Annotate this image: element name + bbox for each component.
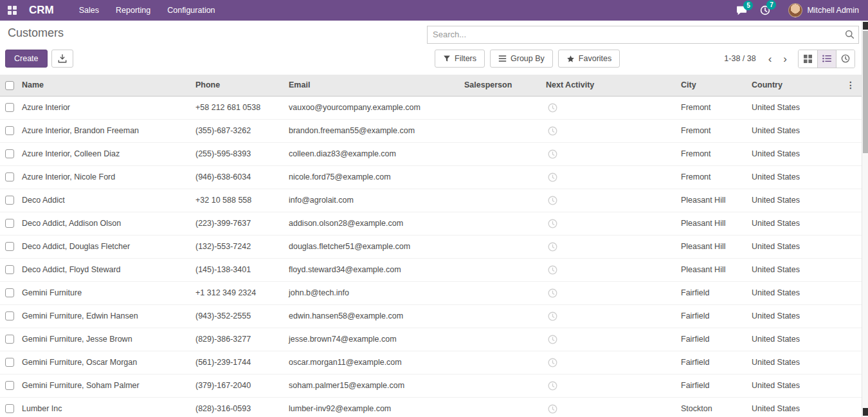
cell-next-activity[interactable] [543,328,678,351]
cell-next-activity[interactable] [543,165,678,189]
cell-name[interactable]: Gemini Furniture [19,281,193,304]
next-activity-clock-icon[interactable] [548,149,676,159]
menu-configuration[interactable]: Configuration [159,0,223,21]
cell-next-activity[interactable] [543,235,678,258]
cell-country[interactable]: United States [749,258,817,281]
cell-next-activity[interactable] [543,142,678,165]
optional-columns-toggle-icon[interactable]: ⋮ [817,75,862,96]
row-checkbox[interactable] [5,381,14,390]
cell-next-activity[interactable] [543,304,678,328]
cell-city[interactable]: Stockton [678,397,749,417]
cell-next-activity[interactable] [543,397,678,417]
next-activity-clock-icon[interactable] [548,381,676,391]
table-row[interactable]: Gemini Furniture, Oscar Morgan (561)-239… [0,351,862,374]
cell-email[interactable]: jesse.brown74@example.com [286,328,462,351]
cell-phone[interactable]: (379)-167-2040 [193,374,286,397]
scroll-down-arrow-icon[interactable] [863,408,868,416]
cell-salesperson[interactable] [462,258,543,281]
cell-city[interactable]: Pleasant Hill [678,189,749,212]
cell-city[interactable]: Fairfield [678,281,749,304]
cell-name[interactable]: Azure Interior, Brandon Freeman [19,119,193,142]
next-activity-clock-icon[interactable] [548,172,676,182]
cell-next-activity[interactable] [543,374,678,397]
apps-menu-icon[interactable] [8,6,17,15]
cell-salesperson[interactable] [462,119,543,142]
next-activity-clock-icon[interactable] [548,358,676,367]
kanban-view-button[interactable] [799,50,817,68]
cell-city[interactable]: Fairfield [678,304,749,328]
column-header-next-activity[interactable]: Next Activity [543,75,678,96]
cell-phone[interactable]: (829)-386-3277 [193,328,286,351]
cell-country[interactable]: United States [749,212,817,235]
cell-name[interactable]: Deco Addict, Floyd Steward [19,258,193,281]
next-activity-clock-icon[interactable] [548,219,676,228]
next-activity-clock-icon[interactable] [548,196,676,205]
cell-name[interactable]: Deco Addict, Addison Olson [19,212,193,235]
cell-email[interactable]: vauxoo@yourcompany.example.com [286,96,462,119]
cell-country[interactable]: United States [749,374,817,397]
create-button[interactable]: Create [5,50,48,68]
table-row[interactable]: Azure Interior, Colleen Diaz (255)-595-8… [0,142,862,165]
export-button[interactable] [51,50,73,68]
cell-email[interactable]: floyd.steward34@example.com [286,258,462,281]
user-menu[interactable]: Mitchell Admin [783,3,864,17]
next-activity-clock-icon[interactable] [548,265,676,275]
cell-city[interactable]: Pleasant Hill [678,235,749,258]
cell-country[interactable]: United States [749,96,817,119]
cell-city[interactable]: Fremont [678,96,749,119]
cell-email[interactable]: addison.olson28@example.com [286,212,462,235]
cell-country[interactable]: United States [749,351,817,374]
cell-email[interactable]: oscar.morgan11@example.com [286,351,462,374]
row-checkbox[interactable] [5,265,14,274]
cell-salesperson[interactable] [462,281,543,304]
row-checkbox[interactable] [5,242,14,251]
row-checkbox[interactable] [5,219,14,228]
cell-country[interactable]: United States [749,235,817,258]
cell-country[interactable]: United States [749,328,817,351]
cell-email[interactable]: info@agrolait.com [286,189,462,212]
cell-country[interactable]: United States [749,165,817,189]
cell-city[interactable]: Fremont [678,142,749,165]
cell-name[interactable]: Azure Interior, Nicole Ford [19,165,193,189]
column-header-email[interactable]: Email [286,75,462,96]
cell-email[interactable]: soham.palmer15@example.com [286,374,462,397]
search-icon[interactable] [845,30,854,39]
favorites-button[interactable]: Favorites [558,50,620,68]
row-checkbox[interactable] [5,404,14,413]
cell-salesperson[interactable] [462,165,543,189]
cell-next-activity[interactable] [543,281,678,304]
menu-sales[interactable]: Sales [71,0,107,21]
cell-phone[interactable]: (946)-638-6034 [193,165,286,189]
table-row[interactable]: Gemini Furniture, Soham Palmer (379)-167… [0,374,862,397]
next-activity-clock-icon[interactable] [548,103,676,113]
messages-button[interactable]: 5 [730,3,754,18]
cell-city[interactable]: Fairfield [678,351,749,374]
next-activity-clock-icon[interactable] [548,126,676,136]
next-activity-clock-icon[interactable] [548,404,676,414]
table-row[interactable]: Azure Interior, Brandon Freeman (355)-68… [0,119,862,142]
select-all-checkbox[interactable] [5,81,14,90]
table-row[interactable]: Deco Addict, Floyd Steward (145)-138-340… [0,258,862,281]
cell-email[interactable]: edwin.hansen58@example.com [286,304,462,328]
cell-salesperson[interactable] [462,397,543,417]
next-activity-clock-icon[interactable] [548,311,676,321]
next-activity-clock-icon[interactable] [548,335,676,344]
row-checkbox[interactable] [5,103,14,112]
cell-phone[interactable]: (943)-352-2555 [193,304,286,328]
cell-next-activity[interactable] [543,212,678,235]
pager-previous-button[interactable]: ‹ [763,53,778,64]
cell-next-activity[interactable] [543,119,678,142]
cell-city[interactable]: Fairfield [678,374,749,397]
cell-phone[interactable]: (828)-316-0593 [193,397,286,417]
cell-name[interactable]: Gemini Furniture, Jesse Brown [19,328,193,351]
cell-email[interactable]: brandon.freeman55@example.com [286,119,462,142]
row-checkbox[interactable] [5,358,14,367]
menu-reporting[interactable]: Reporting [107,0,159,21]
table-row[interactable]: Deco Addict, Addison Olson (223)-399-763… [0,212,862,235]
cell-phone[interactable]: +58 212 681 0538 [193,96,286,119]
cell-email[interactable]: colleen.diaz83@example.com [286,142,462,165]
row-checkbox[interactable] [5,311,14,320]
cell-salesperson[interactable] [462,142,543,165]
table-row[interactable]: Azure Interior +58 212 681 0538 vauxoo@y… [0,96,862,119]
cell-name[interactable]: Gemini Furniture, Soham Palmer [19,374,193,397]
